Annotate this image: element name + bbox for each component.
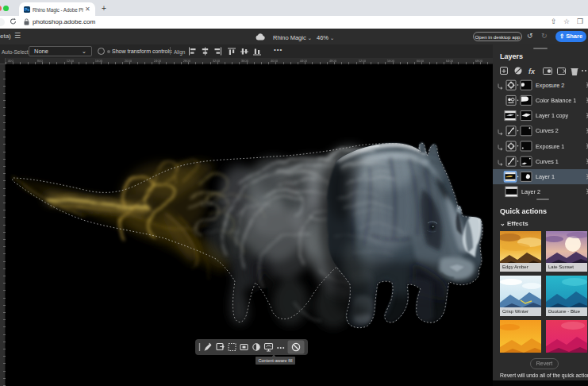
svg-text:fx: fx <box>528 68 536 75</box>
svg-text:•••: ••• <box>277 345 285 350</box>
